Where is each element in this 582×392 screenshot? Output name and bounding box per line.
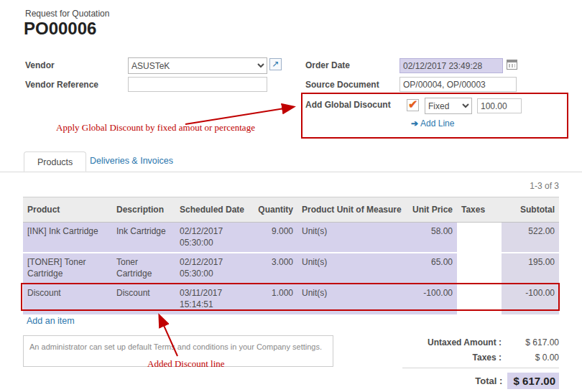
untaxed-amount-value: $ 617.00	[502, 337, 559, 347]
cell-unit-price[interactable]: -100.00	[405, 284, 457, 314]
table-row-discount[interactable]: Discount Discount 03/11/2017 15:14:51 1.…	[23, 284, 559, 314]
tab-deliveries-invoices[interactable]: Deliveries & Invoices	[90, 156, 173, 166]
cell-unit-price[interactable]: 58.00	[405, 223, 457, 253]
cell-quantity[interactable]: 9.000	[247, 223, 297, 253]
global-discount-checkbox[interactable]: ✔	[407, 99, 419, 111]
order-date-input[interactable]	[399, 58, 503, 73]
cell-uom[interactable]: Unit(s)	[297, 253, 405, 284]
cell-product[interactable]: Discount	[23, 284, 112, 314]
taxes-value: $ 0.00	[502, 353, 559, 363]
vendor-select[interactable]: ASUSTeK	[128, 57, 267, 74]
record-type-label: Request for Quotation	[25, 9, 109, 19]
annotation-note-global-discount: Apply Global Discount by fixed amout or …	[56, 122, 255, 134]
column-header-uom[interactable]: Product Unit of Measure	[297, 197, 405, 223]
total-label: Total :	[475, 375, 502, 386]
cell-product[interactable]: [TONER] Toner Cartridge	[23, 253, 112, 284]
order-date-label: Order Date	[305, 60, 350, 70]
cell-subtotal[interactable]: 195.00	[502, 253, 559, 284]
taxes-label: Taxes :	[473, 353, 502, 363]
purchase-order-form: Request for Quotation PO00006 Vendor ASU…	[0, 0, 582, 392]
calendar-icon[interactable]	[507, 60, 517, 70]
table-header-row: Product Description Scheduled Date Quant…	[23, 197, 559, 223]
column-header-quantity[interactable]: Quantity	[247, 197, 297, 223]
cell-uom[interactable]: Unit(s)	[297, 223, 405, 253]
add-an-item-link[interactable]: Add an item	[27, 316, 75, 326]
order-lines-table: Product Description Scheduled Date Quant…	[23, 197, 559, 316]
add-line-arrow-icon: ➔	[411, 118, 418, 129]
totals-panel: Untaxed Amount : $ 617.00 Taxes : $ 0.00…	[402, 337, 559, 392]
page-title: PO00006	[24, 19, 96, 39]
total-value: $ 617.00	[507, 373, 559, 389]
tab-bar: Products Deliveries & Invoices	[0, 151, 582, 172]
cell-subtotal[interactable]: -100.00	[502, 284, 559, 314]
calendar-icon-grid	[509, 64, 515, 67]
cell-description[interactable]: Ink Cartridge	[112, 223, 175, 253]
add-line-link[interactable]: ➔Add Line	[411, 118, 454, 129]
discount-amount-input[interactable]	[477, 98, 522, 113]
cell-taxes[interactable]	[457, 223, 502, 253]
cell-scheduled-date[interactable]: 02/12/2017 05:30:00	[175, 223, 247, 253]
annotation-arrow-global-discount	[185, 107, 293, 124]
column-header-subtotal[interactable]: Subtotal	[502, 197, 559, 223]
untaxed-amount-label: Untaxed Amount :	[428, 337, 502, 347]
vendor-reference-input[interactable]	[128, 77, 267, 92]
cell-product[interactable]: [INK] Ink Cartridge	[23, 223, 112, 253]
cell-scheduled-date[interactable]: 03/11/2017 15:14:51	[175, 284, 247, 314]
check-icon: ✔	[408, 98, 417, 111]
global-discount-label: Add Global Disocunt	[305, 100, 391, 110]
column-header-scheduled-date[interactable]: Scheduled Date	[175, 197, 247, 223]
calendar-icon-top	[507, 60, 517, 62]
cell-quantity[interactable]: 3.000	[247, 253, 297, 284]
vendor-reference-label: Vendor Reference	[25, 80, 98, 90]
external-link-icon[interactable]: ↗	[269, 58, 282, 70]
tab-products[interactable]: Products	[24, 151, 86, 172]
cell-taxes[interactable]	[457, 253, 502, 284]
terms-and-conditions-field[interactable]: An administrator can set up default Term…	[23, 335, 333, 367]
column-header-product[interactable]: Product	[23, 197, 112, 223]
source-document-input[interactable]	[399, 77, 517, 92]
cell-taxes[interactable]	[457, 284, 502, 314]
pager: 1-3 of 3	[530, 181, 559, 191]
cell-uom[interactable]: Unit(s)	[297, 284, 405, 314]
cell-unit-price[interactable]: 65.00	[405, 253, 457, 284]
vendor-label: Vendor	[25, 60, 55, 70]
cell-description[interactable]: Toner Cartridge	[112, 253, 175, 284]
discount-type-select[interactable]: Fixed	[425, 98, 472, 114]
table-row-toner-cartridge[interactable]: [TONER] Toner Cartridge Toner Cartridge …	[23, 253, 559, 284]
cell-scheduled-date[interactable]: 02/12/2017 05:30:00	[175, 253, 247, 284]
add-line-label: Add Line	[420, 118, 454, 129]
source-document-label: Source Document	[305, 80, 379, 90]
cell-subtotal[interactable]: 522.00	[502, 223, 559, 253]
cell-description[interactable]: Discount	[112, 284, 175, 314]
totals-divider	[402, 368, 559, 368]
table-row-ink-cartridge[interactable]: [INK] Ink Cartridge Ink Cartridge 02/12/…	[23, 223, 559, 253]
column-header-taxes[interactable]: Taxes	[457, 197, 502, 223]
cell-quantity[interactable]: 1.000	[247, 284, 297, 314]
column-header-description[interactable]: Description	[112, 197, 175, 223]
column-header-unit-price[interactable]: Unit Price	[405, 197, 457, 223]
